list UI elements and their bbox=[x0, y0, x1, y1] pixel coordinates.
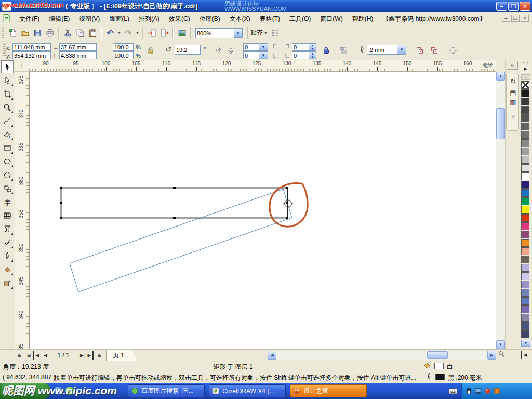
corner-radius-field-3[interactable] bbox=[292, 43, 310, 51]
close-button[interactable]: × bbox=[520, 2, 530, 11]
next-page-button[interactable]: ▶ bbox=[78, 351, 86, 360]
color-swatch-20[interactable] bbox=[521, 247, 529, 255]
menu-item-7[interactable]: 位图(B) bbox=[195, 13, 225, 24]
table-tool[interactable] bbox=[1, 209, 14, 222]
fan-rib-rectangle[interactable] bbox=[61, 188, 288, 218]
add-page-button-2[interactable]: ⊞ bbox=[96, 351, 103, 360]
corner-radius-field-2[interactable] bbox=[243, 51, 260, 59]
paste-button[interactable] bbox=[86, 27, 99, 39]
vscroll-thumb[interactable] bbox=[496, 108, 505, 139]
menu-item-2[interactable]: 编辑(E) bbox=[44, 13, 74, 24]
horizontal-ruler[interactable]: 毫米 9095100105110115120125130135140145150… bbox=[29, 60, 496, 72]
color-swatch-6[interactable] bbox=[521, 131, 529, 139]
doc-close-button[interactable]: × bbox=[521, 15, 529, 22]
propbar-grip[interactable] bbox=[3, 44, 6, 57]
color-swatch-18[interactable] bbox=[521, 231, 529, 238]
outline-pen-tool[interactable] bbox=[1, 249, 14, 262]
blend-tool[interactable] bbox=[1, 222, 14, 235]
color-swatch-12[interactable] bbox=[521, 181, 529, 189]
snap-dropdown-arrow[interactable]: ▼ bbox=[263, 27, 269, 39]
rectangle-tool[interactable] bbox=[1, 141, 14, 154]
color-swatch-9[interactable] bbox=[521, 156, 529, 164]
color-swatch-22[interactable] bbox=[521, 264, 529, 272]
color-swatch-28[interactable] bbox=[521, 314, 529, 322]
redo-button[interactable]: ↷ bbox=[122, 27, 135, 39]
ellipse-tool[interactable] bbox=[1, 155, 14, 168]
menu-item-4[interactable]: 版面(L) bbox=[104, 13, 134, 24]
rotate-transform-icon[interactable]: ↻ bbox=[507, 77, 520, 85]
doc-restore-button[interactable]: ❐ bbox=[511, 15, 520, 22]
text-tool[interactable]: 字 bbox=[1, 195, 14, 208]
color-swatch-4[interactable] bbox=[521, 114, 529, 122]
palette-scroll-up-button[interactable]: ▲ bbox=[521, 74, 530, 80]
vertical-ruler[interactable]: 375370365360355350345340335 bbox=[15, 72, 29, 349]
color-swatch-7[interactable] bbox=[521, 139, 529, 147]
open-button[interactable] bbox=[19, 27, 31, 39]
outline-width-dropdown[interactable]: ▼ bbox=[397, 45, 406, 55]
toolbar-grip[interactable] bbox=[2, 27, 4, 39]
color-swatch-5[interactable] bbox=[521, 123, 529, 130]
tray-qq-icon[interactable] bbox=[465, 387, 473, 395]
import-button[interactable] bbox=[145, 27, 158, 39]
zoom-tool[interactable] bbox=[1, 101, 14, 114]
minimize-button[interactable]: – bbox=[496, 2, 507, 11]
doc-minimize-button[interactable]: – bbox=[502, 15, 510, 22]
polygon-tool[interactable] bbox=[1, 168, 14, 181]
corner-spinner-4[interactable]: ▲▼ bbox=[309, 51, 316, 59]
hscroll-right-button[interactable]: ▶ bbox=[487, 351, 496, 360]
ruler-origin[interactable]: + bbox=[15, 60, 29, 72]
undo-button[interactable]: ↶ bbox=[104, 27, 116, 39]
color-swatch-13[interactable] bbox=[521, 189, 529, 197]
object-width-field[interactable] bbox=[59, 43, 97, 51]
new-button[interactable] bbox=[6, 27, 19, 39]
color-swatch-25[interactable] bbox=[521, 289, 529, 297]
corner-radius-field-1[interactable] bbox=[243, 43, 260, 51]
color-swatch-8[interactable] bbox=[521, 148, 529, 155]
corner-dropdown-1[interactable]: ▼ bbox=[259, 43, 268, 51]
hscroll-left-button[interactable]: ◀ bbox=[268, 351, 276, 360]
color-swatch-23[interactable] bbox=[521, 272, 529, 280]
quick-launch-icon-2[interactable] bbox=[65, 387, 74, 395]
eyedropper-tool[interactable] bbox=[1, 236, 14, 249]
y-position-field[interactable] bbox=[12, 51, 51, 59]
taskbar-task-3[interactable]: 设计之家 bbox=[290, 384, 367, 397]
taskbar-task-1[interactable]: 百度图片搜索_国... bbox=[128, 384, 205, 397]
color-swatch-26[interactable] bbox=[521, 297, 529, 305]
hscroll-thumb[interactable] bbox=[427, 351, 448, 359]
taskbar-task-2[interactable]: CorelDRAW X4 (... bbox=[209, 384, 286, 397]
round-corners-lock-button[interactable] bbox=[320, 44, 332, 57]
menu-item-1[interactable]: 文件(F) bbox=[15, 13, 44, 24]
color-swatch-11[interactable] bbox=[521, 172, 529, 180]
docker-close-icon[interactable]: × bbox=[507, 113, 520, 121]
symmetry-button-1[interactable] bbox=[414, 44, 426, 57]
no-color-swatch[interactable] bbox=[521, 81, 529, 89]
scale-v-field[interactable] bbox=[113, 51, 134, 59]
transform-docker-tab[interactable]: ↻ ▤ ▥ × bbox=[506, 74, 519, 131]
menu-item-6[interactable]: 效果(C) bbox=[164, 13, 195, 24]
shape-tool[interactable] bbox=[1, 74, 14, 87]
corner-dropdown-2[interactable]: ▼ bbox=[259, 51, 268, 59]
palette-dock-button[interactable]: ◀ bbox=[521, 351, 528, 359]
palette-flyout-button[interactable]: ▶ bbox=[521, 65, 530, 73]
menu-item-12[interactable]: 帮助(H) bbox=[348, 13, 378, 24]
hscroll-track[interactable] bbox=[276, 351, 487, 360]
color-swatch-17[interactable] bbox=[521, 222, 529, 230]
color-swatch-29[interactable] bbox=[521, 322, 529, 330]
restore-button[interactable]: ❐ bbox=[508, 2, 519, 11]
fill-color-swatch[interactable] bbox=[434, 363, 444, 369]
first-page-button[interactable]: ◀ bbox=[33, 351, 41, 360]
start-button[interactable] bbox=[0, 383, 50, 399]
menu-item-8[interactable]: 文本(X) bbox=[225, 13, 255, 24]
zoom-dropdown-arrow[interactable]: ▼ bbox=[234, 29, 243, 38]
menu-item-5[interactable]: 排列(A) bbox=[134, 13, 164, 24]
menu-item-11[interactable]: 窗口(W) bbox=[315, 13, 347, 24]
basic-shapes-tool[interactable] bbox=[1, 182, 14, 195]
page-tab[interactable]: 页 1 bbox=[106, 350, 137, 361]
x-position-field[interactable] bbox=[12, 43, 51, 51]
crop-tool[interactable] bbox=[1, 87, 14, 100]
export-button[interactable] bbox=[158, 27, 170, 39]
object-height-field[interactable] bbox=[59, 51, 97, 59]
color-swatch-24[interactable] bbox=[521, 281, 529, 288]
add-page-button[interactable]: ⊞ bbox=[25, 351, 33, 360]
page-curl-icon[interactable]: ⊞ bbox=[16, 351, 23, 360]
